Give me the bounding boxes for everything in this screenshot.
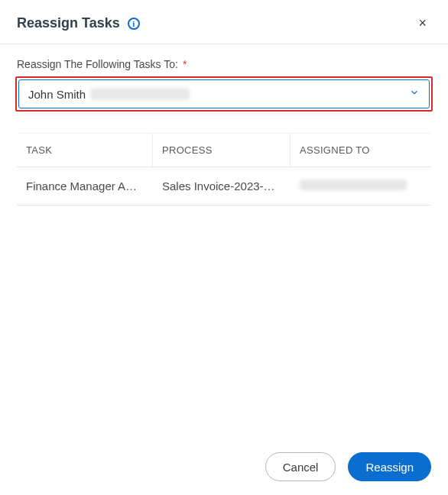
reassign-to-label: Reassign The Following Tasks To: [17,58,178,70]
dialog-title: Reassign Tasks [17,15,120,31]
column-header-task: TASK [17,134,153,167]
table-header-row: TASK PROCESS ASSIGNED TO [17,133,431,167]
cancel-button[interactable]: Cancel [265,452,336,481]
reassign-to-select[interactable]: John Smith [18,79,430,108]
tasks-table: TASK PROCESS ASSIGNED TO Finance Manager… [15,133,433,205]
info-icon[interactable]: i [128,18,140,30]
cell-assigned-to [291,167,431,205]
close-button[interactable]: × [414,14,431,33]
chevron-down-icon [409,87,420,101]
reassign-to-value: John Smith [28,88,190,101]
close-icon: × [418,15,427,31]
cell-task: Finance Manager A… [17,167,153,205]
reassign-to-label-row: Reassign The Following Tasks To: * [15,58,433,70]
redacted-text [300,180,407,190]
column-header-assigned-to: ASSIGNED TO [291,134,431,167]
dialog-header: Reassign Tasks i × [0,0,448,44]
reassign-to-value-text: John Smith [28,88,86,101]
column-header-process: PROCESS [153,134,291,167]
table-row[interactable]: Finance Manager A… Sales Invoice-2023-… [17,167,431,205]
dialog-body: Reassign The Following Tasks To: * John … [0,44,448,205]
reassign-button[interactable]: Reassign [348,452,431,481]
required-indicator: * [183,58,187,70]
cell-process: Sales Invoice-2023-… [153,167,291,205]
header-left: Reassign Tasks i [17,15,140,31]
reassign-to-select-highlight: John Smith [15,76,433,112]
redacted-text [90,88,190,100]
dialog-footer: Cancel Reassign [265,452,431,481]
